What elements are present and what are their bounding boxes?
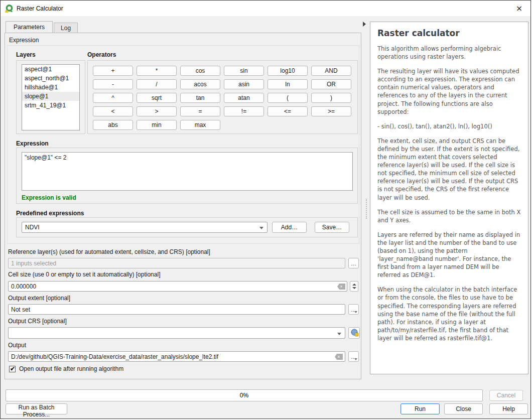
- run-as-batch-button[interactable]: Run as Batch Process...: [6, 403, 67, 414]
- help-paragraph: When using the calculator in the batch i…: [377, 286, 521, 342]
- operator-minus-button[interactable]: -: [93, 79, 133, 89]
- run-button[interactable]: Run: [401, 403, 440, 414]
- cell-size-input[interactable]: [8, 281, 347, 292]
- operator-power-button[interactable]: ^: [93, 93, 133, 103]
- help-paragraph: Layers are referred by their name as dis…: [377, 231, 521, 279]
- operators-frame: + * cos sin log10 AND - / acos asin ln O…: [87, 60, 358, 134]
- layers-list: aspect@1 aspect_north@1 hillshade@1 slop…: [22, 64, 80, 130]
- operator-abs-button[interactable]: abs: [93, 120, 133, 130]
- output-crs-select[interactable]: [8, 327, 345, 339]
- reference-layers-input[interactable]: [8, 258, 345, 268]
- spin-down-icon[interactable]: [352, 287, 356, 289]
- operator-open-paren-button[interactable]: (: [268, 93, 308, 103]
- operator-tan-button[interactable]: tan: [180, 93, 220, 103]
- help-panel: Raster calculator This algorithm allows …: [370, 22, 528, 374]
- reference-layers-label: Reference layer(s) (used for automated e…: [8, 248, 210, 255]
- output-crs-label: Output CRS [optional]: [8, 318, 67, 325]
- operator-not-equals-button[interactable]: !=: [224, 106, 264, 116]
- output-label: Output: [8, 342, 26, 349]
- output-extent-browse-button[interactable]: …: [348, 304, 359, 315]
- cell-size-label: Cell size (use 0 or empty to set it auto…: [8, 271, 160, 278]
- predefined-expressions-heading: Predefined expressions: [16, 210, 84, 217]
- operator-and-button[interactable]: AND: [311, 66, 351, 76]
- expression-valid-status: Expression is valid: [22, 194, 76, 201]
- help-button[interactable]: Help: [489, 403, 528, 414]
- predefined-expressions-frame: NDVI Add… Save…: [16, 217, 358, 237]
- operator-close-paren-button[interactable]: ): [311, 93, 351, 103]
- predefined-expression-value: NDVI: [25, 224, 40, 231]
- output-extent-input[interactable]: [8, 304, 345, 315]
- panel-splitter-handle[interactable]: [366, 199, 367, 219]
- operator-sqrt-button[interactable]: sqrt: [137, 93, 177, 103]
- collapse-panel-icon[interactable]: [363, 22, 366, 27]
- output-file-input[interactable]: [8, 351, 345, 362]
- operator-cos-button[interactable]: cos: [180, 66, 220, 76]
- chevron-down-icon: [259, 227, 263, 229]
- globe-icon: [351, 329, 359, 337]
- progress-bar: 0%: [6, 389, 483, 401]
- select-crs-button[interactable]: [348, 327, 360, 339]
- operator-atan-button[interactable]: atan: [224, 93, 264, 103]
- operator-multiply-button[interactable]: *: [137, 66, 177, 76]
- layers-frame: aspect@1 aspect_north@1 hillshade@1 slop…: [16, 60, 85, 134]
- output-extent-label: Output extent [optional]: [8, 295, 70, 302]
- help-paragraph: The resulting layer will have its values…: [377, 67, 521, 116]
- operator-less-than-button[interactable]: <: [93, 106, 133, 116]
- operators-heading: Operators: [87, 51, 116, 58]
- operator-sin-button[interactable]: sin: [224, 66, 264, 76]
- operator-asin-button[interactable]: asin: [224, 79, 264, 89]
- titlebar: Raster Calculator ×: [1, 1, 530, 16]
- reference-layers-browse-button[interactable]: …: [348, 258, 359, 268]
- spin-up-icon[interactable]: [352, 284, 356, 286]
- help-title: Raster calculator: [377, 28, 521, 38]
- close-icon[interactable]: ×: [508, 1, 530, 16]
- layer-item-selected[interactable]: slope@1: [22, 92, 79, 101]
- expression-input[interactable]: "slope@1" <= 2: [22, 152, 353, 191]
- layer-item[interactable]: srtm_41_19@1: [22, 101, 79, 110]
- help-paragraph: The cell size is assumed to be the same …: [377, 208, 521, 224]
- operator-divide-button[interactable]: /: [137, 79, 177, 89]
- operator-or-button[interactable]: OR: [311, 79, 351, 89]
- operator-equals-button[interactable]: =: [180, 106, 220, 116]
- expression-parameter-label: Expression: [9, 37, 39, 44]
- chevron-down-icon: [337, 333, 341, 335]
- parameters-pane: Expression Layers aspect@1 aspect_north@…: [5, 33, 361, 379]
- operator-plus-button[interactable]: +: [93, 66, 133, 76]
- help-paragraph: The extent, cell size, and output CRS ca…: [377, 137, 521, 202]
- layer-item[interactable]: hillshade@1: [22, 83, 79, 92]
- help-paragraph: - sin(), cos(), tan(), atan2(), ln(), lo…: [377, 122, 521, 130]
- qgis-logo-icon: [5, 4, 14, 13]
- expression-heading: Expression: [16, 140, 49, 147]
- operator-greater-than-button[interactable]: >: [137, 106, 177, 116]
- window-title: Raster Calculator: [17, 5, 63, 12]
- chevron-down-icon: [354, 358, 357, 360]
- cancel-button[interactable]: Cancel: [489, 390, 523, 401]
- operator-ln-button[interactable]: ln: [268, 79, 308, 89]
- predefined-expression-select[interactable]: NDVI: [22, 222, 268, 233]
- operator-less-equal-button[interactable]: <=: [268, 106, 308, 116]
- add-expression-button[interactable]: Add…: [272, 222, 307, 233]
- raster-calculator-dialog: Raster Calculator × Parameters Log Expre…: [0, 0, 531, 419]
- help-paragraph: This algorithm allows performing algebra…: [377, 45, 521, 61]
- operator-log10-button[interactable]: log10: [268, 66, 308, 76]
- save-expression-button[interactable]: Save…: [315, 222, 349, 233]
- tab-log[interactable]: Log: [54, 23, 78, 33]
- operator-min-button[interactable]: min: [137, 120, 177, 130]
- expression-frame: "slope@1" <= 2 Expression is valid: [16, 148, 358, 204]
- close-button[interactable]: Close: [444, 403, 483, 414]
- chevron-down-icon: [354, 311, 357, 313]
- open-output-checkbox-row[interactable]: ✔ Open output file after running algorit…: [9, 365, 123, 372]
- checkbox-checked-icon[interactable]: ✔: [9, 366, 16, 372]
- layer-item[interactable]: aspect@1: [22, 65, 79, 74]
- operators-grid: + * cos sin log10 AND - / acos asin ln O…: [93, 66, 351, 130]
- layers-heading: Layers: [16, 51, 36, 58]
- open-output-checkbox-label: Open output file after running algorithm: [19, 365, 123, 372]
- cell-size-stepper[interactable]: [350, 281, 358, 292]
- operator-acos-button[interactable]: acos: [180, 79, 220, 89]
- output-file-browse-button[interactable]: …: [348, 351, 359, 362]
- operator-greater-equal-button[interactable]: >=: [311, 106, 351, 116]
- operator-max-button[interactable]: max: [180, 120, 220, 130]
- tab-parameters[interactable]: Parameters: [6, 21, 53, 33]
- layer-item[interactable]: aspect_north@1: [22, 74, 79, 83]
- progress-text: 0%: [240, 392, 248, 399]
